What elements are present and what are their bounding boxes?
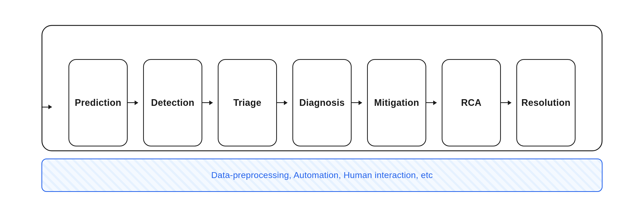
step-resolution: Resolution bbox=[516, 59, 576, 146]
arrow-2 bbox=[202, 102, 218, 103]
step-resolution-label: Resolution bbox=[521, 97, 571, 108]
step-rca: RCA bbox=[442, 59, 501, 146]
step-mitigation-label: Mitigation bbox=[374, 97, 419, 108]
flow-row: Prediction Detection Triage Diagnosis Mi… bbox=[26, 59, 618, 146]
arrow-3 bbox=[277, 102, 292, 103]
step-diagnosis-label: Diagnosis bbox=[299, 97, 345, 108]
arrow-line-6 bbox=[501, 102, 511, 103]
diagram-container: Prediction Detection Triage Diagnosis Mi… bbox=[26, 17, 618, 197]
step-triage: Triage bbox=[218, 59, 277, 146]
arrow-6 bbox=[501, 102, 516, 103]
step-rca-label: RCA bbox=[461, 97, 482, 108]
arrow-1 bbox=[128, 102, 143, 103]
arrow-line-2 bbox=[202, 102, 213, 103]
arrow-5 bbox=[426, 102, 442, 103]
step-triage-label: Triage bbox=[233, 97, 261, 108]
step-detection-label: Detection bbox=[151, 97, 195, 108]
step-mitigation: Mitigation bbox=[367, 59, 426, 146]
arrow-4 bbox=[352, 102, 367, 103]
entry-arrow-line bbox=[41, 107, 52, 107]
step-diagnosis: Diagnosis bbox=[292, 59, 352, 146]
arrow-line-3 bbox=[277, 102, 287, 103]
arrow-line-5 bbox=[426, 102, 437, 103]
bottom-banner: Data-preprocessing, Automation, Human in… bbox=[41, 159, 603, 192]
arrow-line-4 bbox=[352, 102, 362, 103]
arrow-line-1 bbox=[128, 102, 138, 103]
bottom-banner-text: Data-preprocessing, Automation, Human in… bbox=[211, 170, 433, 180]
step-prediction-label: Prediction bbox=[75, 97, 121, 108]
entry-arrow bbox=[41, 107, 52, 107]
step-detection: Detection bbox=[143, 59, 202, 146]
step-prediction: Prediction bbox=[68, 59, 128, 146]
